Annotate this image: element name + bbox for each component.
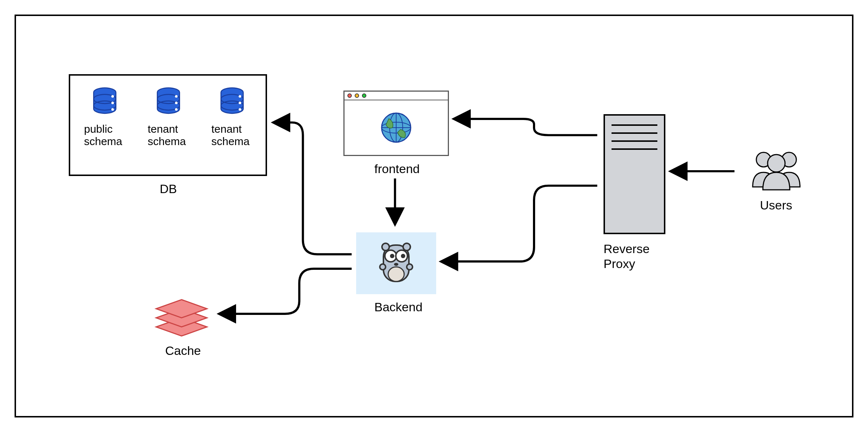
layers-icon [151,292,212,340]
svg-point-39 [768,155,785,172]
gopher-icon [373,236,420,291]
dot-red-icon [347,93,352,98]
database-icon [88,87,121,119]
svg-point-5 [111,108,114,111]
svg-point-31 [394,263,398,266]
svg-point-15 [239,95,241,97]
cache-node [151,292,212,340]
svg-point-16 [239,101,241,104]
frontend-label: frontend [374,161,420,176]
cache-label: Cache [165,343,201,358]
svg-point-10 [175,101,178,104]
dot-yellow-icon [355,93,359,98]
svg-point-33 [407,264,413,270]
svg-point-3 [111,95,114,97]
edge-proxy-to-frontend [455,119,597,135]
svg-point-30 [388,267,404,281]
database-icon [152,87,185,119]
users-label: Users [760,198,792,213]
db-label: DB [160,181,177,196]
reverse-proxy-node [604,114,665,234]
svg-point-28 [390,254,394,258]
dot-green-icon [362,93,366,98]
db-schema-public: public schema [77,87,132,148]
svg-point-24 [382,243,389,251]
db-schema-tenant-2: tenant schema [205,87,259,148]
svg-point-9 [175,95,178,97]
globe-icon [345,100,448,155]
svg-point-4 [111,101,114,104]
server-icon [605,116,664,150]
svg-point-32 [380,264,386,270]
db-schema-label: public schema [77,123,132,148]
edge-backend-to-db [274,123,351,254]
diagram-frame: public schema tenant schema [15,15,853,417]
database-icon [216,87,248,119]
svg-point-25 [403,243,410,251]
users-node [745,147,807,191]
svg-point-17 [239,108,241,111]
svg-point-11 [175,108,178,111]
edge-backend-to-cache [220,269,351,314]
edge-proxy-to-backend [442,186,597,261]
svg-point-29 [401,254,405,258]
backend-label: Backend [374,300,422,315]
db-node: public schema tenant schema [69,74,267,176]
backend-node [356,232,436,294]
frontend-node [343,91,449,156]
db-schema-tenant-1: tenant schema [141,87,196,148]
browser-bar [345,92,448,100]
users-icon [745,147,807,191]
db-schema-label: tenant schema [141,123,196,148]
reverse-proxy-label: Reverse Proxy [604,241,650,271]
db-schema-label: tenant schema [205,123,259,148]
